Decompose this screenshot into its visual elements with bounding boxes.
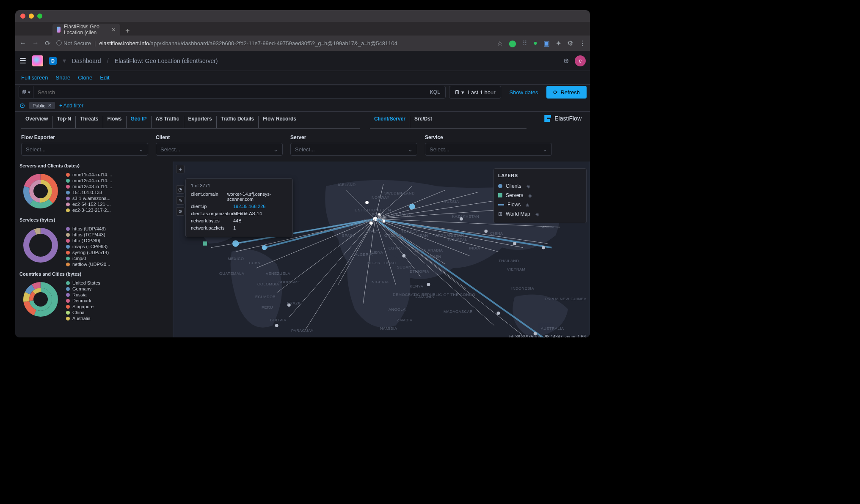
legend-item[interactable]: United States <box>66 280 168 286</box>
tab-client-server[interactable]: Client/Server <box>370 116 410 128</box>
back-icon[interactable]: ← <box>19 39 26 47</box>
flow-exporter-select[interactable]: Select...⌄ <box>21 143 148 156</box>
tab-flows[interactable]: Flows <box>103 116 127 128</box>
forward-icon[interactable]: → <box>32 39 39 47</box>
saved-query-picker[interactable]: 🗐 ▾ <box>19 86 33 98</box>
reload-icon[interactable]: ⟳ <box>45 39 50 47</box>
extensions-icon[interactable]: ✦ <box>556 39 561 47</box>
extension-icon[interactable]: ⠿ <box>522 39 527 47</box>
legend-label: Denmark <box>72 298 91 303</box>
filter-icon[interactable]: ⊙ <box>19 101 25 110</box>
map-panel[interactable]: + ◔ ✎ ⚙ <box>173 162 590 337</box>
tab-top-n[interactable]: Top-N <box>52 116 76 128</box>
donut-chart[interactable] <box>19 170 62 212</box>
visibility-icon[interactable]: ◉ <box>528 193 532 198</box>
show-dates-link[interactable]: Show dates <box>504 89 543 96</box>
star-icon[interactable]: ☆ <box>497 39 503 47</box>
legend-label: muc11s04-in-f14.... <box>72 172 112 177</box>
search-input[interactable] <box>33 89 425 96</box>
legend-item[interactable]: muc12s04-in-f14.... <box>66 178 168 184</box>
tab-title: ElastiFlow: Geo Location (clien <box>64 24 108 36</box>
main-menu-icon[interactable]: ☰ <box>19 56 26 66</box>
svg-point-63 <box>427 283 430 286</box>
not-secure-badge[interactable]: ⓘNot Secure <box>56 39 91 47</box>
visibility-icon[interactable]: ◉ <box>526 184 530 189</box>
breadcrumb[interactable]: Dashboard <box>72 58 101 64</box>
edit-link[interactable]: Edit <box>100 74 109 81</box>
legend-item[interactable]: 151.101.0.133 <box>66 189 168 195</box>
donut-chart[interactable] <box>19 224 62 266</box>
service-select[interactable]: Select...⌄ <box>425 143 552 156</box>
visibility-icon[interactable]: ◉ <box>526 203 529 207</box>
tab-threats[interactable]: Threats <box>76 116 103 128</box>
settings-extension-icon[interactable]: ⚙ <box>567 39 573 47</box>
legend-item[interactable]: https (UDP/443) <box>66 226 168 232</box>
legend-item[interactable]: Denmark <box>66 298 168 304</box>
legend-item[interactable]: Russia <box>66 292 168 298</box>
extension-icon-3[interactable]: ▣ <box>543 39 550 47</box>
date-picker[interactable]: 🗓 ▾ Last 1 hour <box>449 86 501 99</box>
legend-item[interactable]: https (TCP/443) <box>66 232 168 238</box>
refresh-button[interactable]: ⟳Refresh <box>546 86 587 99</box>
legend-item[interactable]: http (TCP/80) <box>66 238 168 244</box>
legend-item[interactable]: icmp/0 <box>66 255 168 261</box>
legend-item[interactable]: China <box>66 310 168 315</box>
tab-exporters[interactable]: Exporters <box>184 116 217 128</box>
settings-tool-icon[interactable]: ⚙ <box>176 207 185 216</box>
tab-flow-records[interactable]: Flow Records <box>259 116 300 128</box>
legend-item[interactable]: netflow (UDP/20... <box>66 261 168 267</box>
legend-item[interactable]: ec2-54-152-121-... <box>66 201 168 207</box>
tooltip-value[interactable]: 192.35.168.226 <box>233 204 265 209</box>
add-filter-link[interactable]: + Add filter <box>59 103 83 109</box>
legend-swatch <box>66 233 70 237</box>
legend-item[interactable]: syslog (UDP/514) <box>66 249 168 255</box>
close-tab-icon[interactable]: ✕ <box>111 27 116 33</box>
close-window-button[interactable] <box>20 14 25 19</box>
kql-toggle[interactable]: KQL <box>425 89 445 95</box>
url-box[interactable]: ⓘNot Secure | elastiflow.irobert.info/ap… <box>56 39 491 47</box>
legend-item[interactable]: Singapore <box>66 304 168 310</box>
layer-item[interactable]: Clients◉ <box>498 181 582 191</box>
maximize-window-button[interactable] <box>37 14 42 19</box>
draw-tool-icon[interactable]: ✎ <box>176 196 185 205</box>
layer-item[interactable]: Servers◉ <box>498 191 582 200</box>
tab-overview[interactable]: Overview <box>21 116 52 128</box>
elastic-logo-icon[interactable] <box>32 55 43 66</box>
clone-link[interactable]: Clone <box>78 74 92 81</box>
legend-item[interactable]: imaps (TCP/993) <box>66 244 168 249</box>
add-layer-button[interactable]: + <box>176 165 185 173</box>
legend-item[interactable]: Germany <box>66 286 168 292</box>
client-select[interactable]: Select...⌄ <box>156 143 283 156</box>
donut-chart[interactable] <box>19 278 62 320</box>
server-select[interactable]: Select...⌄ <box>290 143 417 156</box>
layer-item[interactable]: ⊞World Map◉ <box>498 209 582 219</box>
minimize-window-button[interactable] <box>29 14 34 19</box>
legend-item[interactable]: s3-1-w.amazona... <box>66 195 168 201</box>
browser-tab[interactable]: ElastiFlow: Geo Location (clien ✕ <box>52 24 120 36</box>
legend-item[interactable]: Australia <box>66 315 168 321</box>
visibility-icon[interactable]: ◉ <box>535 212 539 216</box>
avatar[interactable]: e <box>575 55 586 66</box>
extension-icon-2[interactable]: ● <box>533 39 538 47</box>
space-selector[interactable]: D <box>49 57 57 65</box>
layer-item[interactable]: Flows◉ <box>498 200 582 209</box>
tab-geo-ip[interactable]: Geo IP <box>127 116 152 128</box>
legend-item[interactable]: muc12s03-in-f14.... <box>66 184 168 189</box>
full-screen-link[interactable]: Full screen <box>21 74 48 81</box>
share-link[interactable]: Share <box>56 74 71 81</box>
time-tool-icon[interactable]: ◔ <box>176 185 185 194</box>
layer-label: Servers <box>506 192 523 198</box>
legend-item[interactable]: ec2-3-123-217-2... <box>66 207 168 213</box>
newsfeed-icon[interactable]: ⊕ <box>563 57 569 65</box>
tab-as-traffic[interactable]: AS Traffic <box>152 116 184 128</box>
remove-filter-icon[interactable]: ✕ <box>48 103 52 108</box>
tab-src-dst[interactable]: Src/Dst <box>410 116 436 128</box>
menu-icon[interactable]: ⋮ <box>579 39 586 47</box>
evernote-extension-icon[interactable]: ⬤ <box>509 39 516 47</box>
tab-traffic-details[interactable]: Traffic Details <box>217 116 259 128</box>
flow-exporter-label: Flow Exporter <box>21 134 148 140</box>
legend-item[interactable]: muc11s04-in-f14.... <box>66 172 168 178</box>
new-tab-button[interactable]: + <box>120 27 135 36</box>
filter-chip[interactable]: Public✕ <box>29 102 55 109</box>
layers-panel: LAYERS Clients◉Servers◉Flows◉⊞World Map◉ <box>493 168 587 223</box>
